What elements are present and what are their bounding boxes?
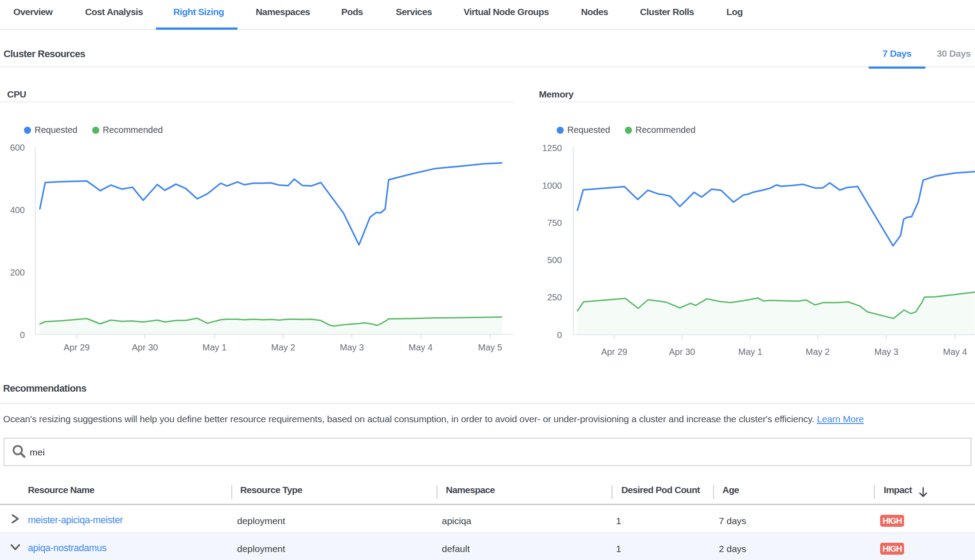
svg-text:250: 250	[547, 292, 562, 302]
svg-text:Apr 29: Apr 29	[64, 342, 90, 352]
svg-text:500: 500	[547, 255, 562, 265]
svg-text:Apr 30: Apr 30	[669, 347, 695, 357]
svg-text:May 2: May 2	[271, 342, 295, 352]
svg-text:May 1: May 1	[203, 342, 226, 352]
svg-text:400: 400	[10, 205, 25, 215]
svg-text:0: 0	[557, 330, 562, 340]
svg-text:200: 200	[10, 268, 25, 277]
svg-text:May 2: May 2	[806, 347, 830, 357]
svg-text:600: 600	[10, 143, 25, 152]
svg-text:750: 750	[547, 218, 562, 228]
svg-text:May 3: May 3	[874, 347, 898, 357]
svg-text:May 1: May 1	[738, 347, 762, 357]
svg-text:1250: 1250	[542, 143, 562, 153]
svg-text:0: 0	[20, 330, 25, 340]
svg-text:May 4: May 4	[409, 342, 433, 352]
svg-text:Apr 30: Apr 30	[132, 342, 158, 352]
svg-text:1000: 1000	[542, 181, 562, 191]
svg-text:May 4: May 4	[943, 347, 967, 357]
svg-text:May 5: May 5	[478, 342, 502, 352]
svg-text:May 3: May 3	[340, 342, 364, 352]
svg-text:Apr 29: Apr 29	[601, 347, 628, 357]
